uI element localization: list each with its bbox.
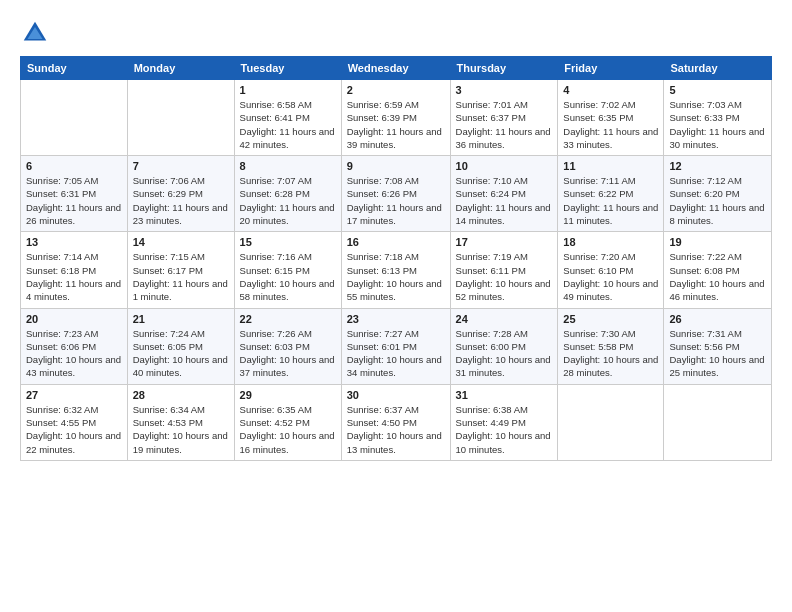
calendar-cell: 17Sunrise: 7:19 AM Sunset: 6:11 PM Dayli…: [450, 232, 558, 308]
day-number: 27: [26, 389, 122, 401]
day-number: 3: [456, 84, 553, 96]
calendar-cell: 13Sunrise: 7:14 AM Sunset: 6:18 PM Dayli…: [21, 232, 128, 308]
day-number: 16: [347, 236, 445, 248]
day-number: 20: [26, 313, 122, 325]
calendar-cell: 12Sunrise: 7:12 AM Sunset: 6:20 PM Dayli…: [664, 156, 772, 232]
day-number: 14: [133, 236, 229, 248]
day-number: 19: [669, 236, 766, 248]
day-info: Sunrise: 7:12 AM Sunset: 6:20 PM Dayligh…: [669, 174, 766, 227]
day-info: Sunrise: 7:16 AM Sunset: 6:15 PM Dayligh…: [240, 250, 336, 303]
header-day-thursday: Thursday: [450, 57, 558, 80]
calendar-cell: 9Sunrise: 7:08 AM Sunset: 6:26 PM Daylig…: [341, 156, 450, 232]
day-number: 31: [456, 389, 553, 401]
day-number: 4: [563, 84, 658, 96]
calendar-cell: 27Sunrise: 6:32 AM Sunset: 4:55 PM Dayli…: [21, 384, 128, 460]
calendar-table: SundayMondayTuesdayWednesdayThursdayFrid…: [20, 56, 772, 461]
calendar-cell: 20Sunrise: 7:23 AM Sunset: 6:06 PM Dayli…: [21, 308, 128, 384]
day-number: 15: [240, 236, 336, 248]
calendar-cell: 19Sunrise: 7:22 AM Sunset: 6:08 PM Dayli…: [664, 232, 772, 308]
day-number: 25: [563, 313, 658, 325]
day-info: Sunrise: 6:38 AM Sunset: 4:49 PM Dayligh…: [456, 403, 553, 456]
day-number: 18: [563, 236, 658, 248]
day-number: 28: [133, 389, 229, 401]
day-number: 22: [240, 313, 336, 325]
day-number: 30: [347, 389, 445, 401]
day-number: 29: [240, 389, 336, 401]
day-number: 23: [347, 313, 445, 325]
day-info: Sunrise: 7:02 AM Sunset: 6:35 PM Dayligh…: [563, 98, 658, 151]
calendar-cell: 1Sunrise: 6:58 AM Sunset: 6:41 PM Daylig…: [234, 80, 341, 156]
day-info: Sunrise: 7:01 AM Sunset: 6:37 PM Dayligh…: [456, 98, 553, 151]
calendar-cell: 24Sunrise: 7:28 AM Sunset: 6:00 PM Dayli…: [450, 308, 558, 384]
day-info: Sunrise: 6:59 AM Sunset: 6:39 PM Dayligh…: [347, 98, 445, 151]
day-info: Sunrise: 7:26 AM Sunset: 6:03 PM Dayligh…: [240, 327, 336, 380]
day-info: Sunrise: 7:03 AM Sunset: 6:33 PM Dayligh…: [669, 98, 766, 151]
week-row-1: 1Sunrise: 6:58 AM Sunset: 6:41 PM Daylig…: [21, 80, 772, 156]
day-number: 26: [669, 313, 766, 325]
calendar-cell: 23Sunrise: 7:27 AM Sunset: 6:01 PM Dayli…: [341, 308, 450, 384]
day-info: Sunrise: 7:23 AM Sunset: 6:06 PM Dayligh…: [26, 327, 122, 380]
day-info: Sunrise: 7:27 AM Sunset: 6:01 PM Dayligh…: [347, 327, 445, 380]
day-number: 6: [26, 160, 122, 172]
day-info: Sunrise: 7:05 AM Sunset: 6:31 PM Dayligh…: [26, 174, 122, 227]
calendar-cell: 14Sunrise: 7:15 AM Sunset: 6:17 PM Dayli…: [127, 232, 234, 308]
calendar-cell: 25Sunrise: 7:30 AM Sunset: 5:58 PM Dayli…: [558, 308, 664, 384]
day-number: 7: [133, 160, 229, 172]
calendar-cell: 11Sunrise: 7:11 AM Sunset: 6:22 PM Dayli…: [558, 156, 664, 232]
day-info: Sunrise: 7:11 AM Sunset: 6:22 PM Dayligh…: [563, 174, 658, 227]
header-day-tuesday: Tuesday: [234, 57, 341, 80]
week-row-5: 27Sunrise: 6:32 AM Sunset: 4:55 PM Dayli…: [21, 384, 772, 460]
day-number: 11: [563, 160, 658, 172]
calendar-cell: 30Sunrise: 6:37 AM Sunset: 4:50 PM Dayli…: [341, 384, 450, 460]
calendar-body: 1Sunrise: 6:58 AM Sunset: 6:41 PM Daylig…: [21, 80, 772, 461]
calendar-cell: 8Sunrise: 7:07 AM Sunset: 6:28 PM Daylig…: [234, 156, 341, 232]
day-number: 5: [669, 84, 766, 96]
day-info: Sunrise: 6:58 AM Sunset: 6:41 PM Dayligh…: [240, 98, 336, 151]
calendar-cell: 22Sunrise: 7:26 AM Sunset: 6:03 PM Dayli…: [234, 308, 341, 384]
calendar-cell: 2Sunrise: 6:59 AM Sunset: 6:39 PM Daylig…: [341, 80, 450, 156]
logo-icon: [20, 18, 50, 48]
calendar-cell: 5Sunrise: 7:03 AM Sunset: 6:33 PM Daylig…: [664, 80, 772, 156]
calendar-cell: 21Sunrise: 7:24 AM Sunset: 6:05 PM Dayli…: [127, 308, 234, 384]
day-info: Sunrise: 7:15 AM Sunset: 6:17 PM Dayligh…: [133, 250, 229, 303]
day-info: Sunrise: 7:24 AM Sunset: 6:05 PM Dayligh…: [133, 327, 229, 380]
day-info: Sunrise: 7:08 AM Sunset: 6:26 PM Dayligh…: [347, 174, 445, 227]
day-info: Sunrise: 7:07 AM Sunset: 6:28 PM Dayligh…: [240, 174, 336, 227]
day-info: Sunrise: 6:35 AM Sunset: 4:52 PM Dayligh…: [240, 403, 336, 456]
calendar-cell: 18Sunrise: 7:20 AM Sunset: 6:10 PM Dayli…: [558, 232, 664, 308]
week-row-4: 20Sunrise: 7:23 AM Sunset: 6:06 PM Dayli…: [21, 308, 772, 384]
day-info: Sunrise: 6:34 AM Sunset: 4:53 PM Dayligh…: [133, 403, 229, 456]
header-day-sunday: Sunday: [21, 57, 128, 80]
day-number: 8: [240, 160, 336, 172]
day-info: Sunrise: 7:30 AM Sunset: 5:58 PM Dayligh…: [563, 327, 658, 380]
day-info: Sunrise: 6:37 AM Sunset: 4:50 PM Dayligh…: [347, 403, 445, 456]
day-info: Sunrise: 7:22 AM Sunset: 6:08 PM Dayligh…: [669, 250, 766, 303]
calendar-cell: [664, 384, 772, 460]
calendar-cell: 4Sunrise: 7:02 AM Sunset: 6:35 PM Daylig…: [558, 80, 664, 156]
calendar-cell: 10Sunrise: 7:10 AM Sunset: 6:24 PM Dayli…: [450, 156, 558, 232]
day-info: Sunrise: 7:06 AM Sunset: 6:29 PM Dayligh…: [133, 174, 229, 227]
day-info: Sunrise: 6:32 AM Sunset: 4:55 PM Dayligh…: [26, 403, 122, 456]
calendar-cell: 3Sunrise: 7:01 AM Sunset: 6:37 PM Daylig…: [450, 80, 558, 156]
calendar-cell: 16Sunrise: 7:18 AM Sunset: 6:13 PM Dayli…: [341, 232, 450, 308]
header-day-monday: Monday: [127, 57, 234, 80]
day-info: Sunrise: 7:31 AM Sunset: 5:56 PM Dayligh…: [669, 327, 766, 380]
calendar-cell: 29Sunrise: 6:35 AM Sunset: 4:52 PM Dayli…: [234, 384, 341, 460]
logo: [20, 18, 54, 48]
header-row: SundayMondayTuesdayWednesdayThursdayFrid…: [21, 57, 772, 80]
day-info: Sunrise: 7:14 AM Sunset: 6:18 PM Dayligh…: [26, 250, 122, 303]
week-row-2: 6Sunrise: 7:05 AM Sunset: 6:31 PM Daylig…: [21, 156, 772, 232]
calendar-cell: 6Sunrise: 7:05 AM Sunset: 6:31 PM Daylig…: [21, 156, 128, 232]
calendar-cell: 31Sunrise: 6:38 AM Sunset: 4:49 PM Dayli…: [450, 384, 558, 460]
day-number: 12: [669, 160, 766, 172]
day-number: 10: [456, 160, 553, 172]
day-number: 2: [347, 84, 445, 96]
day-number: 1: [240, 84, 336, 96]
calendar-cell: 7Sunrise: 7:06 AM Sunset: 6:29 PM Daylig…: [127, 156, 234, 232]
calendar-cell: [21, 80, 128, 156]
header: [20, 18, 772, 48]
calendar-header: SundayMondayTuesdayWednesdayThursdayFrid…: [21, 57, 772, 80]
day-number: 24: [456, 313, 553, 325]
day-info: Sunrise: 7:10 AM Sunset: 6:24 PM Dayligh…: [456, 174, 553, 227]
day-info: Sunrise: 7:28 AM Sunset: 6:00 PM Dayligh…: [456, 327, 553, 380]
